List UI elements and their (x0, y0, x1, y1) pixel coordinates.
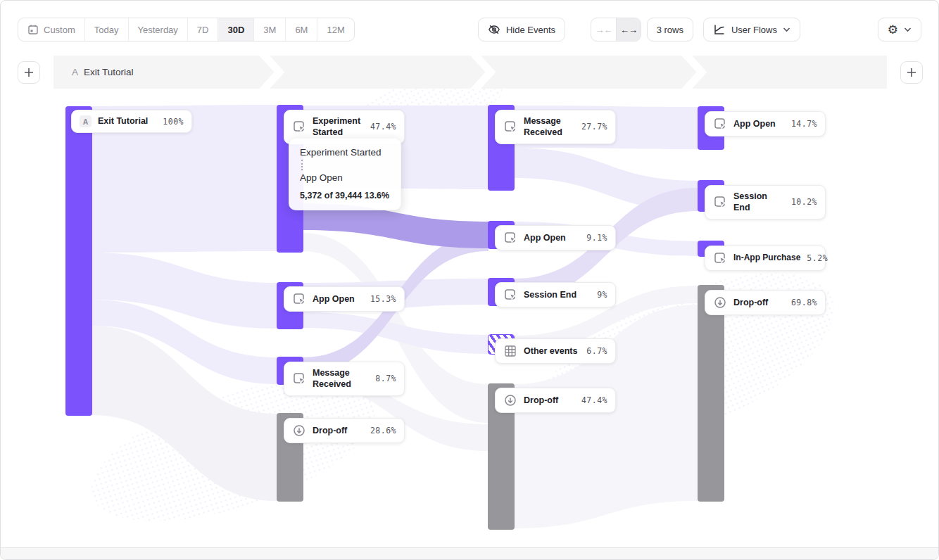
event-icon (292, 371, 306, 386)
node-exit-tutorial[interactable]: A Exit Tutorial 100% (71, 110, 192, 133)
tooltip-source-event: Experiment Started (300, 147, 390, 158)
bar-exit-tutorial[interactable] (65, 106, 92, 416)
node-in-app-purchase-4[interactable]: In-App Purchase 5.2% (705, 246, 826, 271)
event-icon (713, 195, 727, 209)
drop-off-icon (713, 295, 727, 310)
node-session-end-4[interactable]: Session End 10.2% (705, 185, 826, 219)
node-session-end-3[interactable]: Session End 9% (495, 282, 616, 307)
drop-off-icon (292, 424, 306, 438)
drop-off-icon (503, 393, 517, 407)
series-badge: A (80, 115, 92, 127)
event-icon (713, 251, 727, 265)
event-icon (503, 231, 517, 245)
node-drop-off-4[interactable]: Drop-off 69.8% (705, 290, 826, 315)
node-drop-off-3[interactable]: Drop-off 47.4% (495, 388, 616, 413)
node-other-events-3[interactable]: Other events 6.7% (495, 338, 616, 364)
event-icon (292, 120, 306, 134)
node-app-open-4[interactable]: App Open 14.7% (705, 111, 826, 136)
node-drop-off-2[interactable]: Drop-off 28.6% (284, 418, 405, 443)
node-message-received-3[interactable]: Message Received 27.7% (495, 110, 616, 144)
node-message-received-2[interactable]: Message Received 8.7% (284, 362, 405, 396)
sankey-links (1, 1, 939, 560)
node-app-open-2[interactable]: App Open 15.3% (284, 286, 405, 312)
tooltip-connector (301, 160, 303, 170)
grid-icon (503, 344, 517, 358)
node-app-open-3[interactable]: App Open 9.1% (495, 225, 616, 250)
user-flows-page: Custom Today Yesterday 7D 30D 3M 6M 12M … (0, 0, 939, 560)
bar-drop-off-4[interactable] (698, 285, 724, 502)
sankey-canvas: A Exit Tutorial 100% Experiment Started … (1, 1, 938, 559)
event-icon (503, 120, 517, 134)
footer-strip (1, 547, 938, 559)
event-icon (713, 117, 727, 131)
event-icon (292, 292, 306, 306)
tooltip-target-event: App Open (300, 172, 390, 183)
tooltip-stat: 5,372 of 39,444 13.6% (300, 191, 390, 201)
link-tooltip: Experiment Started App Open 5,372 of 39,… (289, 138, 401, 210)
event-icon (503, 288, 517, 302)
